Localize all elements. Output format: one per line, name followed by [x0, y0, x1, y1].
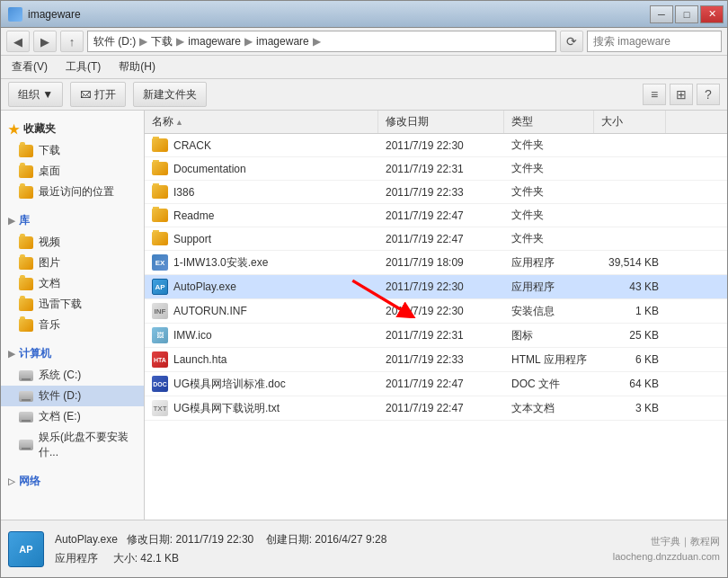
file-row[interactable]: Support 2011/7/19 22:47 文件夹	[145, 227, 727, 251]
file-row[interactable]: TXT UG模具网下载说明.txt 2011/7/19 22:47 文本文档 3…	[145, 396, 727, 421]
title-bar: imageware ─ □ ✕	[1, 1, 727, 28]
file-name: 🖼 IMW.ico	[145, 325, 378, 345]
drive-icon	[19, 370, 33, 381]
sidebar-item-label: 文档	[39, 276, 60, 291]
ico-icon: 🖼	[152, 327, 168, 343]
col-header-name[interactable]: 名称 ▲	[145, 111, 378, 133]
menu-help[interactable]: 帮助(H)	[115, 58, 159, 76]
col-header-type[interactable]: 类型	[504, 111, 594, 133]
folder-icon	[19, 145, 33, 157]
file-name-label: UG模具网培训标准.doc	[173, 377, 286, 392]
col-header-date[interactable]: 修改日期	[378, 111, 504, 133]
menu-tools[interactable]: 工具(T)	[62, 58, 104, 76]
file-row[interactable]: INF AUTORUN.INF 2011/7/19 22:30 安装信息 1 K…	[145, 299, 727, 324]
file-name-label: Documentation	[173, 163, 246, 175]
favorites-label: 收藏夹	[23, 121, 56, 137]
file-size: 3 KB	[594, 400, 666, 416]
back-button[interactable]: ◀	[6, 31, 30, 52]
sidebar-item-video[interactable]: 视频	[1, 232, 144, 253]
main-content: ★ 收藏夹 下载 桌面 最近访问的位置 ▶	[1, 111, 727, 520]
minimize-button[interactable]: ─	[650, 5, 673, 23]
file-name-label: Readme	[173, 209, 214, 222]
file-date: 2011/7/19 22:33	[378, 184, 504, 200]
folder-icon	[19, 257, 33, 270]
file-list-wrapper: CRACK 2011/7/19 22:30 文件夹 Documentation …	[145, 134, 727, 520]
file-name: Readme	[145, 207, 378, 224]
file-name: I386	[145, 183, 378, 200]
maximize-button[interactable]: □	[675, 5, 698, 23]
forward-button[interactable]: ▶	[33, 31, 57, 52]
file-row[interactable]: HTA Launch.hta 2011/7/19 22:33 HTML 应用程序…	[145, 348, 727, 372]
sidebar-item-d-drive[interactable]: 软件 (D:)	[1, 386, 144, 406]
view-tiles-button[interactable]: ⊞	[670, 84, 693, 105]
refresh-button[interactable]: ⟳	[560, 31, 583, 52]
file-row[interactable]: 🖼 IMW.ico 2011/7/19 22:31 图标 25 KB	[145, 324, 727, 348]
file-type: 应用程序	[504, 253, 594, 272]
menu-view[interactable]: 查看(V)	[8, 58, 51, 76]
sidebar-item-label: 文档 (E:)	[39, 409, 81, 424]
sidebar-item-label: 软件 (D:)	[39, 388, 81, 404]
address-bar-area: ◀ ▶ ↑ 软件 (D:) ▶ 下载 ▶ imageware ▶ imagewa…	[1, 28, 727, 56]
computer-header[interactable]: ▶ 计算机	[1, 342, 144, 365]
breadcrumb-part-2[interactable]: 下载	[151, 34, 173, 49]
folder-icon	[152, 162, 168, 175]
new-folder-button[interactable]: 新建文件夹	[133, 82, 207, 107]
file-name-label: Support	[173, 233, 211, 245]
title-bar-left: imageware	[8, 7, 81, 22]
network-header[interactable]: ▷ 网络	[1, 470, 144, 493]
computer-section: ▶ 计算机 系统 (C:) 软件 (D:) 文档 (E:) 娱乐(此	[1, 342, 144, 463]
breadcrumb-sep-1: ▶	[139, 35, 147, 48]
sort-arrow: ▲	[175, 118, 183, 127]
file-date: 2011/7/19 22:30	[378, 303, 504, 319]
breadcrumb-part-4[interactable]: imageware	[256, 35, 309, 48]
breadcrumb-part-3[interactable]: imageware	[188, 35, 241, 48]
sidebar-item-pictures[interactable]: 图片	[1, 253, 144, 273]
search-input[interactable]	[593, 35, 728, 48]
library-label: 库	[19, 213, 30, 228]
file-row[interactable]: DOC UG模具网培训标准.doc 2011/7/19 22:47 DOC 文件…	[145, 372, 727, 396]
file-row[interactable]: CRACK 2011/7/19 22:30 文件夹	[145, 134, 727, 157]
file-list-area: 名称 ▲ 修改日期 类型 大小 CRACK 2011/	[145, 111, 727, 520]
sidebar-item-music[interactable]: 音乐	[1, 315, 144, 335]
autoplay-icon: AP	[152, 279, 168, 295]
favorites-section: ★ 收藏夹 下载 桌面 最近访问的位置	[1, 118, 144, 202]
sidebar-item-e-drive[interactable]: 文档 (E:)	[1, 406, 144, 427]
breadcrumb-part-1[interactable]: 软件 (D:)	[93, 34, 136, 49]
breadcrumb-sep-2: ▶	[176, 35, 184, 48]
file-row[interactable]: Documentation 2011/7/19 22:31 文件夹	[145, 157, 727, 181]
col-header-size[interactable]: 大小	[594, 111, 666, 133]
file-row[interactable]: I386 2011/7/19 22:33 文件夹	[145, 181, 727, 204]
sidebar-item-downloads[interactable]: 下载	[1, 140, 144, 161]
sidebar-item-recent[interactable]: 最近访问的位置	[1, 182, 144, 202]
file-row[interactable]: EX 1-IMW13.0安装.exe 2011/7/19 18:09 应用程序 …	[145, 251, 727, 275]
file-row[interactable]: AP AutoPlay.exe 2011/7/19 22:30 应用程序 43 …	[145, 275, 727, 299]
file-name: Documentation	[145, 160, 378, 177]
file-name-label: UG模具网下载说明.txt	[173, 401, 280, 416]
folder-icon	[152, 209, 168, 222]
search-box[interactable]: 🔍	[587, 31, 722, 52]
favorites-header[interactable]: ★ 收藏夹	[1, 118, 144, 140]
file-row[interactable]: Readme 2011/7/19 22:47 文件夹	[145, 204, 727, 227]
sidebar-item-desktop[interactable]: 桌面	[1, 161, 144, 182]
file-size: 1 KB	[594, 303, 666, 319]
sidebar-item-thunder[interactable]: 迅雷下载	[1, 294, 144, 315]
open-button[interactable]: 🖂 打开	[70, 82, 125, 107]
status-info: AutoPlay.exe 修改日期: 2011/7/19 22:30 创建日期:…	[55, 532, 386, 566]
sidebar-item-entertainment-drive[interactable]: 娱乐(此盘不要安装什...	[1, 427, 144, 463]
up-button[interactable]: ↑	[60, 31, 84, 52]
library-header[interactable]: ▶ 库	[1, 209, 144, 232]
file-type: DOC 文件	[504, 375, 594, 394]
close-button[interactable]: ✕	[700, 5, 724, 23]
address-box[interactable]: 软件 (D:) ▶ 下载 ▶ imageware ▶ imageware ▶	[87, 31, 556, 52]
folder-icon	[19, 298, 33, 311]
sidebar-item-c-drive[interactable]: 系统 (C:)	[1, 365, 144, 386]
file-date: 2011/7/19 22:33	[378, 351, 504, 368]
organize-button[interactable]: 组织 ▼	[8, 82, 63, 107]
help-button[interactable]: ?	[697, 84, 720, 105]
view-details-button[interactable]: ≡	[643, 84, 666, 105]
sidebar-item-documents[interactable]: 文档	[1, 273, 144, 294]
folder-icon	[152, 185, 168, 199]
title-bar-controls: ─ □ ✕	[650, 5, 724, 23]
file-size: 25 KB	[594, 327, 666, 343]
file-type: 应用程序	[504, 278, 594, 297]
